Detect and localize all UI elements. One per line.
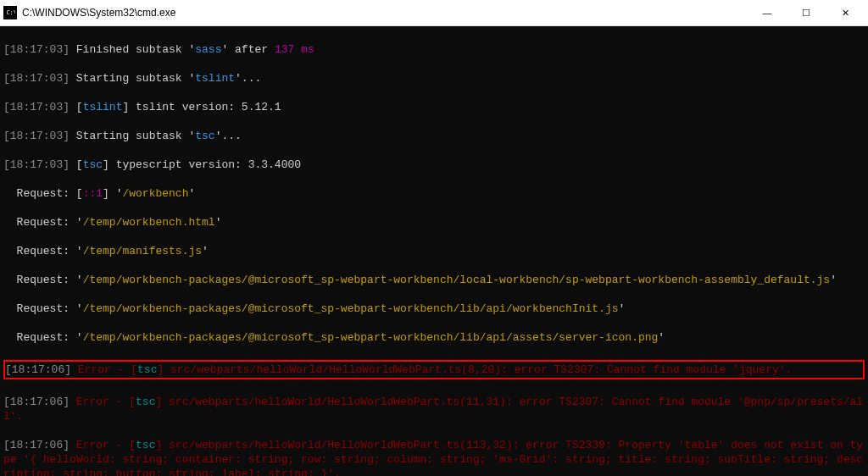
cmd-icon: C:\: [3, 6, 17, 19]
window-titlebar: C:\ C:\WINDOWS\System32\cmd.exe — ☐ ✕: [0, 0, 868, 26]
log-line: [18:17:03] [tslint] tslint version: 5.12…: [3, 100, 865, 114]
highlighted-error: [18:17:06] Error - [tsc] src/webparts/he…: [3, 360, 865, 379]
error-line: [18:17:06] Error - [tsc] src/webparts/he…: [3, 395, 865, 423]
timestamp: [18:17:03]: [3, 43, 70, 56]
terminal-output[interactable]: [18:17:03] Finished subtask 'sass' after…: [0, 26, 868, 476]
log-line: [18:17:03] Starting subtask 'tsc'...: [3, 129, 865, 143]
timestamp: [18:17:03]: [3, 130, 70, 142]
log-line: [18:17:03] Starting subtask 'tslint'...: [3, 71, 865, 86]
window-controls: — ☐ ✕: [748, 0, 865, 25]
svg-text:C:\: C:\: [7, 9, 16, 16]
maximize-button[interactable]: ☐: [787, 0, 826, 25]
close-button[interactable]: ✕: [826, 0, 865, 25]
log-line: Request: '/temp/workbench-packages/@micr…: [3, 330, 865, 345]
minimize-button[interactable]: —: [748, 0, 787, 25]
log-line: [18:17:03] Finished subtask 'sass' after…: [3, 42, 865, 57]
timestamp: [18:17:03]: [3, 158, 70, 171]
log-line: Request: '/temp/workbench.html': [3, 215, 865, 230]
log-line: Request: '/temp/manifests.js': [3, 244, 865, 258]
error-line: [18:17:06] Error - [tsc] src/webparts/he…: [3, 438, 865, 476]
log-line: Request: [::1] '/workbench': [3, 186, 865, 201]
error-line: [18:17:06] Error - [tsc] src/webparts/he…: [5, 363, 863, 377]
log-line: [18:17:03] [tsc] typescript version: 3.3…: [3, 158, 865, 172]
log-line: Request: '/temp/workbench-packages/@micr…: [3, 273, 865, 287]
timestamp: [18:17:03]: [3, 101, 70, 113]
timestamp: [18:17:06]: [3, 439, 70, 451]
timestamp: [18:17:06]: [5, 363, 71, 376]
log-line: Request: '/temp/workbench-packages/@micr…: [3, 302, 865, 316]
timestamp: [18:17:06]: [3, 396, 70, 408]
timestamp: [18:17:03]: [3, 72, 70, 85]
window-title: C:\WINDOWS\System32\cmd.exe: [22, 7, 748, 19]
